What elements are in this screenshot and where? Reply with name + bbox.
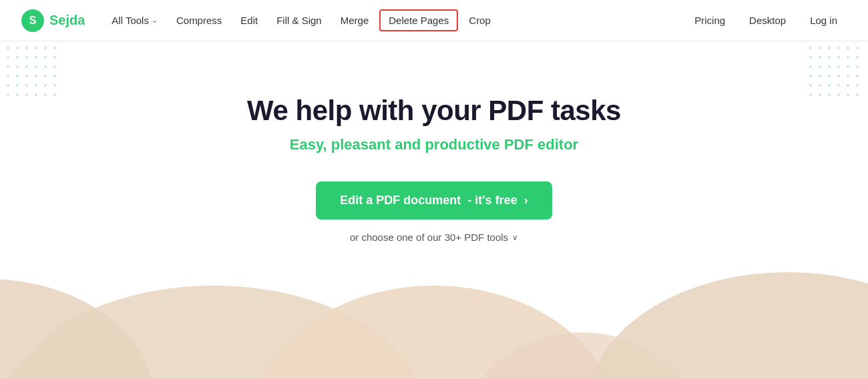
navbar: S Sejda All Tools ⌄ Compress Edit Fill &… (0, 0, 868, 41)
cta-edit-button[interactable]: Edit a PDF document - it's free › (316, 181, 552, 220)
hero-title: We help with your PDF tasks (247, 95, 621, 127)
logo-icon: S (21, 9, 44, 32)
nav-fill-sign[interactable]: Fill & Sign (268, 9, 330, 31)
nav-pricing[interactable]: Pricing (685, 9, 734, 31)
cta-bold-text: Edit a PDF document (340, 194, 461, 208)
nav-links: All Tools ⌄ Compress Edit Fill & Sign Me… (103, 9, 685, 31)
nav-login[interactable]: Log in (801, 9, 847, 31)
arrow-icon: › (524, 194, 528, 208)
svg-point-3 (461, 332, 701, 379)
nav-crop[interactable]: Crop (461, 9, 499, 31)
logo-area[interactable]: S Sejda (21, 9, 85, 32)
nav-delete-pages[interactable]: Delete Pages (379, 9, 458, 31)
svg-point-1 (0, 286, 427, 379)
logo-text: Sejda (49, 13, 85, 28)
nav-right: Pricing Desktop Log in (685, 9, 847, 31)
nav-desktop[interactable]: Desktop (740, 9, 795, 31)
nav-compress[interactable]: Compress (168, 9, 230, 31)
nav-all-tools[interactable]: All Tools ⌄ (103, 9, 166, 31)
svg-point-4 (588, 272, 868, 379)
hero-subtitle: Easy, pleasant and productive PDF editor (290, 136, 578, 153)
nav-edit[interactable]: Edit (232, 9, 266, 31)
cta-rest-text: - it's free (467, 194, 517, 208)
svg-point-2 (247, 286, 621, 379)
main-content: We help with your PDF tasks Easy, pleasa… (0, 41, 868, 243)
svg-point-0 (0, 279, 154, 379)
chevron-down-icon: ∨ (512, 233, 518, 242)
nav-merge[interactable]: Merge (333, 9, 377, 31)
hills-decoration (0, 246, 868, 379)
chevron-down-icon: ⌄ (152, 16, 158, 25)
cta-sub-text[interactable]: or choose one of our 30+ PDF tools ∨ (350, 232, 518, 243)
